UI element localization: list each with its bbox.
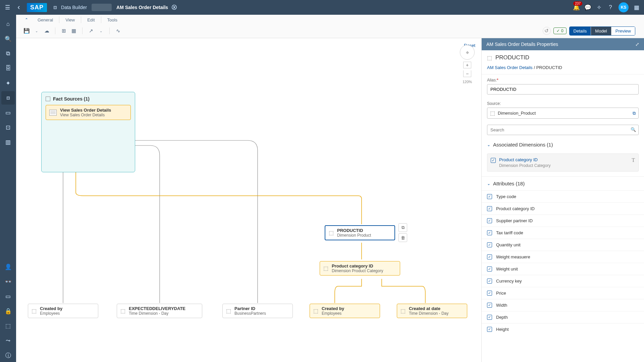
back-icon[interactable]: ‹ <box>15 4 22 11</box>
close-tab-icon[interactable]: ⓧ <box>171 4 177 11</box>
associated-dimensions-header[interactable]: ⌄ Associated Dimensions (1) <box>482 138 644 152</box>
attribute-row[interactable]: ✓Depth <box>482 311 644 323</box>
attributes-header[interactable]: ⌄ Attributes (18) <box>482 176 644 190</box>
breadcrumb-current: PRODUCTID <box>536 65 562 70</box>
node-partner-id[interactable]: ⬚ Partner IDBusinessPartners <box>222 304 293 318</box>
feedback-icon[interactable]: 💬 <box>584 4 591 11</box>
node-open-icon[interactable]: ⧉ <box>398 223 407 232</box>
save-dropdown-icon[interactable]: ⌄ <box>32 27 42 35</box>
history-icon[interactable]: ↺ <box>543 27 551 35</box>
product-switch-icon[interactable]: ✧ <box>596 4 602 11</box>
node-expected-delivery[interactable]: ⬚ EXPECTEDDELIVERYDATETime Dimension - D… <box>117 304 202 318</box>
data-builder-icon: ⧈ <box>52 4 58 11</box>
pan-control[interactable] <box>460 45 475 60</box>
notifications-icon[interactable]: 🔔237 <box>573 4 580 11</box>
zoom-out-button[interactable]: − <box>463 70 471 77</box>
collapse-icon[interactable]: ⌃ <box>21 16 32 24</box>
validation-status[interactable]: ✓ 0 <box>553 27 567 34</box>
attribute-row[interactable]: ✓Width <box>482 299 644 311</box>
canvas[interactable]: Reset + − 120% <box>16 38 481 362</box>
fact-source-node[interactable]: View Sales Order Details View Sales Orde… <box>46 105 131 120</box>
checkbox-icon[interactable]: ✓ <box>487 291 492 296</box>
node-created-at[interactable]: ⬚ Created at dateTime Dimension - Day <box>397 304 467 318</box>
search-input[interactable] <box>487 125 639 135</box>
attribute-row[interactable]: ✓Height <box>482 323 644 335</box>
rail-search-icon[interactable]: 🔍 <box>1 32 15 46</box>
hierarchy-icon[interactable]: ⊞ <box>59 27 69 35</box>
rail-cube-icon[interactable]: ⬚ <box>1 319 15 333</box>
menu-general[interactable]: General <box>32 16 59 24</box>
tab-model[interactable]: Model <box>591 27 611 35</box>
checkbox-icon[interactable]: ✓ <box>487 218 492 223</box>
breadcrumb-root-link[interactable]: AM Sales Order Details <box>487 65 533 70</box>
rail-data-icon[interactable]: 🗄 <box>1 62 15 75</box>
rail-current-icon[interactable]: ⧈ <box>1 91 15 105</box>
checkbox-icon[interactable]: ✓ <box>487 194 492 199</box>
menu-tools[interactable]: Tools <box>101 16 123 24</box>
rail-copy-icon[interactable]: ⧉ <box>1 47 15 60</box>
rail-glasses-icon[interactable]: 👓 <box>1 275 15 288</box>
menu-icon[interactable]: ☰ <box>4 4 11 11</box>
lineage-icon[interactable]: ∿ <box>113 27 123 35</box>
checkbox-icon[interactable]: ✓ <box>487 254 492 259</box>
zoom-in-button[interactable]: + <box>463 62 471 68</box>
attribute-row[interactable]: ✓Supplier partner ID <box>482 215 644 227</box>
attribute-row[interactable]: ✓Currency key <box>482 275 644 287</box>
attribute-row[interactable]: ✓Type code <box>482 190 644 202</box>
tab-details[interactable]: Details <box>570 27 591 35</box>
grid-icon[interactable]: ▦ <box>69 27 79 35</box>
checkbox-icon[interactable]: ✓ <box>487 327 492 332</box>
checkbox-icon[interactable]: ✓ <box>487 303 492 308</box>
checkbox-icon[interactable]: ✓ <box>487 230 492 235</box>
node-delete-icon[interactable]: 🗑 <box>398 233 407 242</box>
attribute-row[interactable]: ✓Quantity unit <box>482 239 644 251</box>
alias-input[interactable] <box>487 84 639 95</box>
open-source-icon[interactable]: ⧉ <box>633 111 636 116</box>
export-icon[interactable]: ↗ <box>86 27 96 35</box>
rail-tasks-icon[interactable]: ▥ <box>1 135 15 149</box>
rail-package-icon[interactable]: ▭ <box>1 106 15 119</box>
export-dropdown-icon[interactable]: ⌄ <box>96 27 106 35</box>
node-subtitle: Dimension Product Category <box>332 268 383 273</box>
rail-monitor-icon[interactable]: ⊡ <box>1 121 15 134</box>
node-created-by-2[interactable]: ⬚ Created byEmployees <box>310 304 380 318</box>
attribute-row[interactable]: ✓Product category ID <box>482 202 644 215</box>
checkbox-icon[interactable]: ✓ <box>487 206 492 211</box>
attribute-row[interactable]: ✓Price <box>482 287 644 299</box>
menu-edit[interactable]: Edit <box>81 16 101 24</box>
checkbox-icon[interactable]: ✓ <box>487 315 492 320</box>
source-field[interactable]: ⬚ Dimension_Product ⧉ <box>487 108 639 119</box>
rail-lock-icon[interactable]: 🔒 <box>1 304 15 318</box>
search-icon[interactable]: 🔍 <box>631 127 636 132</box>
breadcrumb-space-chip[interactable] <box>92 4 112 11</box>
notification-badge: 237 <box>573 1 582 6</box>
rail-home-icon[interactable]: ⌂ <box>1 17 15 31</box>
node-productid[interactable]: ⬚ PRODUCTID Dimension Product <box>325 225 395 240</box>
attribute-row[interactable]: ✓Weight measuere <box>482 251 644 263</box>
tab-preview[interactable]: Preview <box>611 27 635 35</box>
node-product-category[interactable]: ⬚ Product category ID Dimension Product … <box>320 261 400 276</box>
rail-model-icon[interactable]: ✦ <box>1 76 15 90</box>
grid-menu-icon[interactable]: ▦ <box>633 4 640 11</box>
expand-panel-icon[interactable]: ⤢ <box>635 42 639 47</box>
deploy-icon[interactable]: ☁ <box>42 27 52 35</box>
rail-user-icon[interactable]: 👤 <box>1 260 15 274</box>
menu-view[interactable]: View <box>59 16 81 24</box>
checkbox-icon[interactable]: ✓ <box>491 158 496 163</box>
breadcrumb-app[interactable]: Data Builder <box>61 5 87 10</box>
save-icon[interactable]: 💾 <box>21 27 32 35</box>
rail-info-icon[interactable]: ⓘ <box>1 349 15 362</box>
associated-dimension-row[interactable]: ✓ Product category ID Dimension Product … <box>487 154 639 172</box>
fact-sources-box[interactable]: Fact Sources (1) View Sales Order Detail… <box>41 92 135 172</box>
node-created-by-1[interactable]: ⬚ Created byEmployees <box>28 304 98 318</box>
checkbox-icon[interactable]: ✓ <box>487 279 492 284</box>
rail-link-icon[interactable]: ⤳ <box>1 334 15 347</box>
avatar[interactable]: KS <box>619 2 629 12</box>
breadcrumb-title[interactable]: AM Sales Order Details <box>116 5 168 10</box>
attribute-row[interactable]: ✓Weight unit <box>482 263 644 275</box>
rail-book-icon[interactable]: ▭ <box>1 290 15 303</box>
checkbox-icon[interactable]: ✓ <box>487 242 492 247</box>
help-icon[interactable]: ? <box>607 4 614 11</box>
checkbox-icon[interactable]: ✓ <box>487 266 492 272</box>
attribute-row[interactable]: ✓Tax tariff code <box>482 227 644 239</box>
